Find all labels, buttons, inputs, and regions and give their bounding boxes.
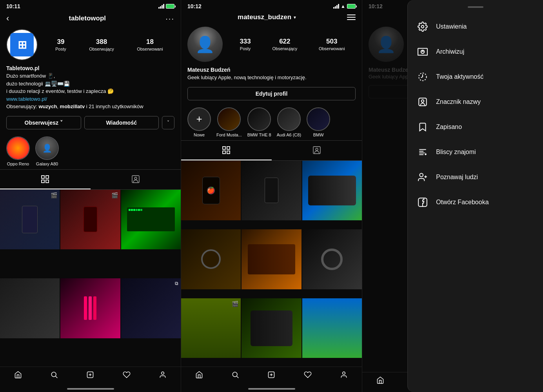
stat-posts-1[interactable]: 39 Posty <box>55 38 66 51</box>
profile-tabs-1 <box>0 169 181 190</box>
profile-icon-2 <box>340 371 348 379</box>
highlight-new-2[interactable]: + Nowe <box>187 107 211 137</box>
bookmark-icon <box>416 120 430 134</box>
nav-profile-1[interactable] <box>159 371 167 379</box>
grid-cell-2-7[interactable]: 🎬 <box>181 298 241 358</box>
message-button-1[interactable]: Wiadomość <box>84 116 159 129</box>
nav-add-2[interactable] <box>267 371 275 379</box>
tab-grid-2[interactable] <box>181 141 272 160</box>
grid-cell-2-5[interactable] <box>242 229 301 289</box>
person-tag-icon-2 <box>312 145 321 155</box>
highlight-label-opporeno: Oppo Reno <box>7 162 29 166</box>
svg-point-17 <box>316 148 318 151</box>
video-badge-1-1: 🎬 <box>51 192 57 198</box>
wifi-icon-2: ▲ <box>341 4 345 9</box>
status-bar-2: 10:12 ▲ <box>181 0 362 11</box>
grid-cell-1-2[interactable]: 🎬 <box>60 190 120 249</box>
more-options-1[interactable]: ··· <box>165 14 174 23</box>
svg-point-24 <box>421 25 424 28</box>
grid-cell-2-3[interactable] <box>302 161 362 220</box>
nav-search-2[interactable] <box>231 371 239 379</box>
menu-item-znacznik[interactable]: Znacznik nazwy <box>408 89 543 114</box>
menu-item-archiwizuj[interactable]: Archiwizuj <box>408 39 543 64</box>
menu-item-zapisano[interactable]: Zapisano <box>408 114 543 140</box>
person-tag-icon-1 <box>131 174 140 184</box>
nav-heart-1[interactable] <box>123 371 131 379</box>
stat-followers-2[interactable]: 622 Obserwujący <box>272 38 298 51</box>
stat-following-1[interactable]: 18 Obserwowani <box>137 38 163 51</box>
menu-item-aktywnosc[interactable]: Twoja aktywność <box>408 64 543 89</box>
highlight-circle-bmw8-2 <box>247 107 271 131</box>
highlight-galaxya80[interactable]: 👤 Galaxy A80 <box>35 136 59 166</box>
edit-profile-button-2[interactable]: Edytuj profil <box>187 87 356 100</box>
add-icon-2 <box>267 371 275 379</box>
stat-label-posts-1: Posty <box>55 47 66 51</box>
menu-label-bliscy: Bliscy znajomi <box>436 149 476 156</box>
follow-button-1[interactable]: Obserwujesz ˅ <box>6 116 81 129</box>
profile-bio-1: Tabletowo.pl Dużo smartfonów 📱, dużo tec… <box>0 64 181 114</box>
hamburger-menu-2[interactable] <box>347 15 356 20</box>
grid-cell-2-4[interactable] <box>181 229 241 289</box>
highlight-label-audi-2: Audi A6 (C8) <box>277 132 301 137</box>
multi-badge-1-6: ⧉ <box>175 281 178 286</box>
bio-link-1[interactable]: www.tabletowo.pl/ <box>6 96 47 102</box>
grid-cell-1-1[interactable]: 🎬 <box>0 190 60 249</box>
signal-icon-1 <box>158 4 164 9</box>
svg-rect-13 <box>227 147 230 149</box>
grid-cell-2-6[interactable] <box>302 229 362 289</box>
nav-profile-2[interactable] <box>340 371 348 379</box>
action-buttons-1: Obserwujesz ˅ Wiadomość ˅ <box>0 114 181 133</box>
highlight-circle-bmw3-2 <box>307 107 330 131</box>
highlight-bmw3-2[interactable]: BMW <box>307 107 330 137</box>
bottom-nav-2 <box>181 367 362 387</box>
highlight-opporeno[interactable]: Oppo Reno <box>6 136 30 166</box>
back-button-1[interactable]: ‹ <box>6 13 9 24</box>
nav-add-1[interactable] <box>86 371 94 379</box>
menu-item-facebook[interactable]: Otwórz Facebooka <box>408 190 543 215</box>
tab-grid-1[interactable] <box>0 170 91 189</box>
menu-label-znacznik: Znacznik nazwy <box>436 98 481 105</box>
grid-cell-2-8[interactable] <box>242 298 301 358</box>
menu-label-aktywnosc: Twoja aktywność <box>436 73 483 80</box>
nav-heart-2[interactable] <box>304 371 312 379</box>
grid-cell-1-3[interactable] <box>121 190 181 249</box>
grid-cell-2-1[interactable]: 🍎 <box>181 161 241 220</box>
highlight-bmw8-2[interactable]: BMW THE 8 <box>247 107 271 137</box>
profile-username-1: tabletowopl <box>69 15 106 22</box>
highlight-label-galaxya80: Galaxy A80 <box>36 162 58 166</box>
menu-item-bliscy[interactable]: Bliscy znajomi <box>408 140 543 165</box>
tab-tagged-2[interactable] <box>272 141 362 160</box>
tab-tagged-1[interactable] <box>91 170 181 189</box>
svg-point-5 <box>134 177 137 180</box>
svg-rect-3 <box>46 180 49 183</box>
nav-home-3[interactable] <box>376 376 384 384</box>
svg-point-34 <box>425 153 427 156</box>
svg-rect-12 <box>223 147 225 149</box>
drag-indicator <box>468 6 483 8</box>
highlight-mustang-2[interactable]: Ford Musta... <box>216 107 242 137</box>
stat-number-posts-1: 39 <box>57 38 65 46</box>
battery-icon-2 <box>347 4 356 9</box>
stat-posts-2[interactable]: 333 Posty <box>240 38 251 51</box>
status-time-3: 10:12 <box>369 3 383 9</box>
person-avatar-2: 👤 <box>187 27 223 62</box>
grid-cell-1-4[interactable] <box>0 278 60 338</box>
username-dropdown-2[interactable]: mateusz_budzen ▼ <box>238 13 297 21</box>
bio-name-1: Tabletowo.pl <box>6 65 174 71</box>
grid-cell-2-9[interactable] <box>302 298 362 358</box>
nav-bar-2: mateusz_budzen ▼ <box>181 11 362 24</box>
stat-label-followers-2: Obserwujący <box>272 46 298 51</box>
nav-home-1[interactable] <box>14 371 22 379</box>
dropdown-button-1[interactable]: ˅ <box>162 116 174 129</box>
stat-number-following-1: 18 <box>146 38 154 46</box>
menu-item-poznawaj[interactable]: Poznawaj ludzi <box>408 165 543 190</box>
stat-following-2[interactable]: 503 Obserwowani <box>319 38 345 51</box>
grid-cell-1-5[interactable] <box>60 278 120 338</box>
grid-cell-2-2[interactable] <box>242 161 301 220</box>
highlight-audi-2[interactable]: Audi A6 (C8) <box>277 107 301 137</box>
nav-home-2[interactable] <box>195 371 203 379</box>
grid-cell-1-6[interactable]: ⧉ <box>121 278 181 338</box>
menu-item-ustawienia[interactable]: Ustawienia <box>408 14 543 39</box>
stat-followers-1[interactable]: 388 Obserwujący <box>89 38 114 51</box>
nav-search-1[interactable] <box>50 371 58 379</box>
